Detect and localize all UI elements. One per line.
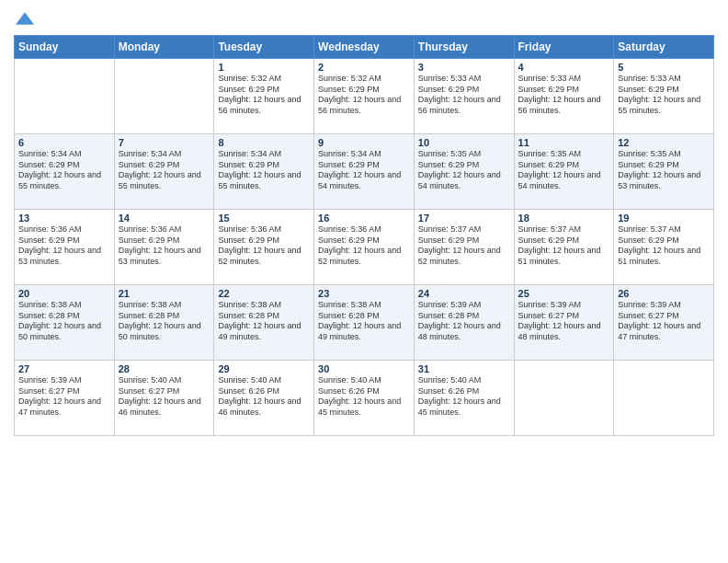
- day-number: 28: [119, 363, 210, 374]
- calendar-cell: 25Sunrise: 5:39 AM Sunset: 6:27 PM Dayli…: [514, 285, 614, 361]
- weekday-header-row: SundayMondayTuesdayWednesdayThursdayFrid…: [15, 36, 714, 59]
- day-info: Sunrise: 5:40 AM Sunset: 6:26 PM Dayligh…: [318, 375, 410, 419]
- day-number: 23: [318, 288, 410, 299]
- calendar-cell: 22Sunrise: 5:38 AM Sunset: 6:28 PM Dayli…: [214, 285, 314, 361]
- day-number: 11: [518, 137, 610, 148]
- calendar-cell: 9Sunrise: 5:34 AM Sunset: 6:29 PM Daylig…: [314, 134, 415, 210]
- calendar-cell: 1Sunrise: 5:32 AM Sunset: 6:29 PM Daylig…: [214, 59, 314, 134]
- day-number: 14: [119, 213, 210, 224]
- day-info: Sunrise: 5:40 AM Sunset: 6:27 PM Dayligh…: [119, 375, 210, 419]
- day-number: 6: [18, 137, 110, 148]
- day-number: 19: [618, 213, 710, 224]
- calendar-cell: [114, 59, 214, 134]
- day-info: Sunrise: 5:39 AM Sunset: 6:27 PM Dayligh…: [618, 300, 710, 343]
- calendar-cell: 31Sunrise: 5:40 AM Sunset: 6:26 PM Dayli…: [414, 361, 514, 436]
- weekday-header-monday: Monday: [114, 36, 214, 59]
- calendar-cell: 21Sunrise: 5:38 AM Sunset: 6:28 PM Dayli…: [114, 285, 214, 361]
- day-info: Sunrise: 5:38 AM Sunset: 6:28 PM Dayligh…: [18, 300, 110, 343]
- calendar-cell: 23Sunrise: 5:38 AM Sunset: 6:28 PM Dayli…: [314, 285, 415, 361]
- day-number: 16: [318, 213, 410, 224]
- day-info: Sunrise: 5:37 AM Sunset: 6:29 PM Dayligh…: [518, 224, 610, 268]
- day-info: Sunrise: 5:35 AM Sunset: 6:29 PM Dayligh…: [618, 149, 710, 192]
- day-info: Sunrise: 5:38 AM Sunset: 6:28 PM Dayligh…: [318, 300, 410, 343]
- calendar-cell: 15Sunrise: 5:36 AM Sunset: 6:29 PM Dayli…: [214, 210, 314, 285]
- calendar-cell: 26Sunrise: 5:39 AM Sunset: 6:27 PM Dayli…: [614, 285, 714, 361]
- day-number: 1: [218, 62, 310, 73]
- day-info: Sunrise: 5:32 AM Sunset: 6:29 PM Dayligh…: [318, 74, 410, 117]
- calendar-cell: 28Sunrise: 5:40 AM Sunset: 6:27 PM Dayli…: [114, 361, 214, 436]
- weekday-header-sunday: Sunday: [15, 36, 115, 59]
- day-number: 27: [18, 363, 110, 374]
- week-row-2: 6Sunrise: 5:34 AM Sunset: 6:29 PM Daylig…: [15, 134, 714, 210]
- weekday-header-tuesday: Tuesday: [214, 36, 314, 59]
- day-info: Sunrise: 5:34 AM Sunset: 6:29 PM Dayligh…: [318, 149, 410, 192]
- day-info: Sunrise: 5:39 AM Sunset: 6:27 PM Dayligh…: [518, 300, 610, 343]
- svg-marker-0: [16, 12, 34, 24]
- week-row-4: 20Sunrise: 5:38 AM Sunset: 6:28 PM Dayli…: [15, 285, 714, 361]
- calendar-cell: 7Sunrise: 5:34 AM Sunset: 6:29 PM Daylig…: [114, 134, 214, 210]
- calendar-cell: 5Sunrise: 5:33 AM Sunset: 6:29 PM Daylig…: [614, 59, 714, 134]
- calendar-cell: 17Sunrise: 5:37 AM Sunset: 6:29 PM Dayli…: [414, 210, 514, 285]
- week-row-5: 27Sunrise: 5:39 AM Sunset: 6:27 PM Dayli…: [15, 361, 714, 436]
- day-info: Sunrise: 5:36 AM Sunset: 6:29 PM Dayligh…: [119, 224, 210, 268]
- page: SundayMondayTuesdayWednesdayThursdayFrid…: [0, 0, 728, 563]
- day-number: 20: [18, 288, 110, 299]
- day-info: Sunrise: 5:38 AM Sunset: 6:28 PM Dayligh…: [119, 300, 210, 343]
- day-info: Sunrise: 5:36 AM Sunset: 6:29 PM Dayligh…: [18, 224, 110, 268]
- calendar-cell: 12Sunrise: 5:35 AM Sunset: 6:29 PM Dayli…: [614, 134, 714, 210]
- calendar-cell: [15, 59, 115, 134]
- calendar-cell: 18Sunrise: 5:37 AM Sunset: 6:29 PM Dayli…: [514, 210, 614, 285]
- day-info: Sunrise: 5:36 AM Sunset: 6:29 PM Dayligh…: [218, 224, 310, 268]
- logo-icon: [16, 9, 34, 28]
- day-info: Sunrise: 5:37 AM Sunset: 6:29 PM Dayligh…: [618, 224, 710, 268]
- calendar-cell: 29Sunrise: 5:40 AM Sunset: 6:26 PM Dayli…: [214, 361, 314, 436]
- calendar-cell: 2Sunrise: 5:32 AM Sunset: 6:29 PM Daylig…: [314, 59, 415, 134]
- calendar-cell: [514, 361, 614, 436]
- calendar-cell: 6Sunrise: 5:34 AM Sunset: 6:29 PM Daylig…: [15, 134, 115, 210]
- logo: [14, 9, 34, 28]
- day-number: 15: [218, 213, 310, 224]
- day-number: 22: [218, 288, 310, 299]
- calendar-cell: 27Sunrise: 5:39 AM Sunset: 6:27 PM Dayli…: [15, 361, 115, 436]
- day-info: Sunrise: 5:33 AM Sunset: 6:29 PM Dayligh…: [418, 74, 510, 117]
- day-number: 24: [418, 288, 510, 299]
- day-number: 31: [418, 363, 510, 374]
- calendar-cell: 10Sunrise: 5:35 AM Sunset: 6:29 PM Dayli…: [414, 134, 514, 210]
- calendar-cell: 30Sunrise: 5:40 AM Sunset: 6:26 PM Dayli…: [314, 361, 415, 436]
- day-info: Sunrise: 5:35 AM Sunset: 6:29 PM Dayligh…: [418, 149, 510, 192]
- day-number: 17: [418, 213, 510, 224]
- week-row-3: 13Sunrise: 5:36 AM Sunset: 6:29 PM Dayli…: [15, 210, 714, 285]
- day-number: 30: [318, 363, 410, 374]
- week-row-1: 1Sunrise: 5:32 AM Sunset: 6:29 PM Daylig…: [15, 59, 714, 134]
- day-info: Sunrise: 5:40 AM Sunset: 6:26 PM Dayligh…: [418, 375, 510, 419]
- day-info: Sunrise: 5:39 AM Sunset: 6:28 PM Dayligh…: [418, 300, 510, 343]
- calendar-cell: 19Sunrise: 5:37 AM Sunset: 6:29 PM Dayli…: [614, 210, 714, 285]
- day-number: 29: [218, 363, 310, 374]
- day-info: Sunrise: 5:34 AM Sunset: 6:29 PM Dayligh…: [119, 149, 210, 192]
- day-number: 5: [618, 62, 710, 73]
- day-info: Sunrise: 5:34 AM Sunset: 6:29 PM Dayligh…: [218, 149, 310, 192]
- day-info: Sunrise: 5:34 AM Sunset: 6:29 PM Dayligh…: [18, 149, 110, 192]
- calendar-cell: 14Sunrise: 5:36 AM Sunset: 6:29 PM Dayli…: [114, 210, 214, 285]
- day-number: 8: [218, 137, 310, 148]
- calendar-cell: 4Sunrise: 5:33 AM Sunset: 6:29 PM Daylig…: [514, 59, 614, 134]
- day-number: 26: [618, 288, 710, 299]
- weekday-header-saturday: Saturday: [614, 36, 714, 59]
- day-number: 25: [518, 288, 610, 299]
- day-number: 12: [618, 137, 710, 148]
- calendar-cell: [614, 361, 714, 436]
- weekday-header-wednesday: Wednesday: [314, 36, 415, 59]
- day-info: Sunrise: 5:36 AM Sunset: 6:29 PM Dayligh…: [318, 224, 410, 268]
- day-info: Sunrise: 5:33 AM Sunset: 6:29 PM Dayligh…: [518, 74, 610, 117]
- day-number: 4: [518, 62, 610, 73]
- day-info: Sunrise: 5:35 AM Sunset: 6:29 PM Dayligh…: [518, 149, 610, 192]
- day-number: 9: [318, 137, 410, 148]
- day-info: Sunrise: 5:32 AM Sunset: 6:29 PM Dayligh…: [218, 74, 310, 117]
- day-number: 10: [418, 137, 510, 148]
- header: [14, 9, 714, 28]
- weekday-header-friday: Friday: [514, 36, 614, 59]
- weekday-header-thursday: Thursday: [414, 36, 514, 59]
- logo-text: [14, 9, 34, 28]
- calendar-cell: 24Sunrise: 5:39 AM Sunset: 6:28 PM Dayli…: [414, 285, 514, 361]
- day-info: Sunrise: 5:33 AM Sunset: 6:29 PM Dayligh…: [618, 74, 710, 117]
